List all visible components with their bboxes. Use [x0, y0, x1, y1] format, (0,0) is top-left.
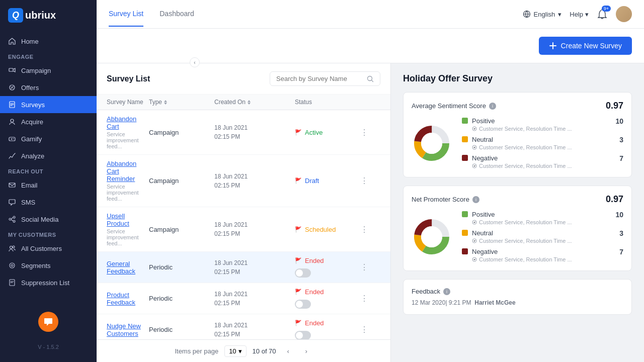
row-menu-button[interactable]: ⋮	[360, 176, 380, 186]
nps-body: Positive Customer Service, Resolution Ti…	[412, 211, 623, 262]
cell-date: 18 Jun 202102:15 PM	[214, 321, 295, 339]
row-menu-button[interactable]: ⋮	[360, 225, 380, 234]
table-row[interactable]: Product Feedback Periodic 18 Jun 202102:…	[97, 283, 390, 314]
language-button[interactable]: English ▾	[523, 10, 562, 18]
per-page-select[interactable]: 10 ▾	[224, 345, 246, 357]
sidebar-item-gamify[interactable]: Gamify	[0, 130, 97, 147]
nps-neutral-sub: Customer Service, Resolution Time ...	[472, 238, 615, 244]
feedback-info-icon[interactable]: i	[443, 288, 450, 295]
survey-name-link[interactable]: Abbandon Cart	[107, 115, 149, 130]
avg-neutral-item: Neutral Customer Service, Resolution Tim…	[462, 136, 623, 150]
svg-point-6	[13, 216, 15, 218]
survey-panel-header: Survey List	[97, 63, 390, 95]
sidebar-item-acquire[interactable]: Acquire	[0, 113, 97, 130]
table-body: Abbandon Cart Service improvement feed..…	[97, 110, 390, 339]
sidebar-item-offers[interactable]: Offers	[0, 79, 97, 96]
nps-neutral-count: 3	[619, 229, 623, 237]
sidebar-item-campaign[interactable]: Campaign	[0, 62, 97, 79]
cell-date: 18 Jun 202102:15 PM	[214, 290, 295, 308]
sidebar-item-segments[interactable]: Segments	[0, 257, 97, 274]
main-area: Survey List Dashboard English ▾ Help ▾ 9…	[97, 0, 644, 362]
cell-name: Abbandon Cart Service improvement feed..…	[107, 115, 149, 149]
feedback-section: Feedback i 12 Mar 2020| 9:21 PM Harriet …	[403, 279, 632, 315]
status-toggle[interactable]	[295, 331, 311, 339]
sidebar-item-surveys-label: Surveys	[21, 101, 45, 109]
nps-label: Net Promoter Score i	[412, 196, 479, 203]
help-label: Help	[570, 11, 583, 18]
row-menu-button[interactable]: ⋮	[360, 294, 380, 303]
sidebar-item-social[interactable]: Social Media	[0, 211, 97, 228]
cell-date: 18 Jun 202102:15 PM	[214, 220, 295, 238]
table-footer: Items per page 10 ▾ 10 of 70 ‹ ›	[97, 339, 390, 362]
header-tabs: Survey List Dashboard	[109, 2, 523, 27]
home-icon	[8, 37, 16, 45]
right-panel: Holiday Offer Survey Average Sentiment S…	[391, 63, 644, 362]
row-menu-button[interactable]: ⋮	[360, 128, 380, 137]
svg-point-9	[10, 246, 13, 249]
search-input[interactable]	[276, 75, 363, 82]
row-menu-button[interactable]: ⋮	[360, 325, 380, 334]
table-row[interactable]: Abbandon Cart Reminder Service improveme…	[97, 155, 390, 207]
row-menu-button[interactable]: ⋮	[360, 262, 380, 272]
neutral-count: 3	[619, 136, 623, 144]
status-toggle[interactable]	[295, 268, 311, 278]
language-chevron-icon: ▾	[558, 11, 561, 18]
table-row[interactable]: Nudge New Customers Periodic 18 Jun 2021…	[97, 314, 390, 339]
prev-page-button[interactable]: ‹	[282, 345, 294, 357]
tab-dashboard[interactable]: Dashboard	[159, 2, 194, 27]
avatar[interactable]	[616, 6, 632, 22]
survey-name-link[interactable]: Product Feedback	[107, 291, 149, 306]
next-page-button[interactable]: ›	[300, 345, 312, 357]
nps-positive-dot	[462, 211, 468, 217]
table-row[interactable]: Upsell Product Service improvement feed.…	[97, 207, 390, 252]
sidebar-item-all-customers-label: All Customers	[21, 245, 62, 252]
search-box[interactable]	[270, 71, 380, 86]
nps-score: 0.97	[606, 194, 623, 205]
create-survey-button[interactable]: Create New Survey	[539, 37, 632, 55]
sidebar-item-analyze[interactable]: Analyze	[0, 147, 97, 164]
avg-positive-item: Positive Customer Service, Resolution Ti…	[462, 117, 623, 132]
status-toggle[interactable]	[295, 300, 311, 309]
cell-type: Periodic	[149, 326, 214, 333]
positive-sub: Customer Service, Resolution Time ...	[472, 126, 611, 132]
chat-bubble[interactable]	[38, 312, 58, 332]
sidebar-item-surveys[interactable]: Surveys	[0, 96, 97, 113]
help-button[interactable]: Help ▾	[570, 11, 589, 18]
survey-name-link[interactable]: Abbandon Cart Reminder	[107, 160, 149, 183]
cell-date: 18 Jun 202102:15 PM	[214, 123, 295, 141]
sidebar-item-gamify-label: Gamify	[21, 135, 42, 143]
tab-survey-list[interactable]: Survey List	[109, 2, 143, 27]
sidebar-item-email[interactable]: Email	[0, 176, 97, 194]
negative-sub: Customer Service, Resolution Time ...	[472, 163, 615, 169]
cell-type: Campaign	[149, 177, 214, 185]
help-chevron-icon: ▾	[585, 11, 589, 18]
content-area: Survey List Survey Name Type	[97, 63, 644, 362]
avg-sentiment-info-icon[interactable]: i	[489, 103, 496, 110]
nps-donut	[412, 217, 452, 257]
survey-name-link[interactable]: Upsell Product	[107, 212, 149, 227]
nps-info-icon[interactable]: i	[472, 196, 479, 203]
logo-mark: Q	[8, 8, 23, 23]
customers-section-label: My Cusotmers	[0, 228, 97, 240]
sidebar-collapse-button[interactable]: ‹	[190, 57, 200, 67]
sidebar-item-home[interactable]: Home	[0, 33, 97, 50]
survey-name-link[interactable]: Nudge New Customers	[107, 322, 149, 337]
table-row[interactable]: Abbandon Cart Service improvement feed..…	[97, 110, 390, 155]
nps-negative-label: Negative	[472, 248, 615, 255]
notification-button[interactable]: 9+	[597, 9, 608, 20]
nps-negative-count: 7	[619, 248, 623, 256]
th-type[interactable]: Type	[149, 99, 214, 106]
cell-name: General Feedback	[107, 260, 149, 275]
negative-info: Negative Customer Service, Resolution Ti…	[472, 154, 615, 169]
sidebar-item-suppression[interactable]: Suppression List	[0, 274, 97, 291]
th-created[interactable]: Created On	[214, 99, 295, 106]
table-row[interactable]: General Feedback Periodic 18 Jun 202102:…	[97, 252, 390, 283]
sidebar-item-sms[interactable]: SMS	[0, 194, 97, 211]
positive-label: Positive	[472, 117, 611, 125]
cell-name: Upsell Product Service improvement feed.…	[107, 212, 149, 246]
logo-text: ubriux	[25, 10, 56, 21]
survey-panel-title: Survey List	[107, 74, 150, 83]
survey-name-link[interactable]: General Feedback	[107, 260, 149, 275]
svg-rect-5	[9, 183, 15, 187]
sidebar-item-all-customers[interactable]: All Customers	[0, 240, 97, 257]
